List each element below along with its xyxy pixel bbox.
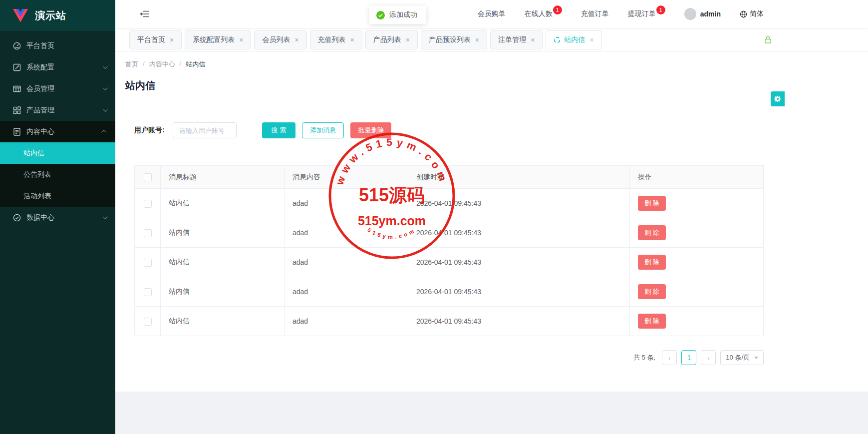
sidebar-group-content-center: 内容中心 站内信 公告列表 活动列表: [0, 121, 115, 207]
document-icon: [12, 127, 21, 136]
topbar-link-member-orders[interactable]: 会员购单: [478, 9, 506, 18]
tab-system-config-list[interactable]: 系统配置列表×: [185, 30, 251, 49]
chevron-down-icon: [103, 64, 108, 69]
sidebar-subitem-activities[interactable]: 活动列表: [0, 185, 115, 207]
chevron-left-icon: ‹: [668, 354, 671, 362]
topbar-link-withdraw-orders[interactable]: 提现订单1: [628, 9, 665, 18]
cell-content: adad: [285, 307, 408, 336]
username: admin: [700, 10, 721, 18]
table-row: 站内信 adad 2026-04-01 09:45:43 删 除: [135, 277, 764, 307]
delete-button[interactable]: 删 除: [638, 284, 666, 299]
tab-product-list[interactable]: 产品列表×: [365, 30, 418, 49]
lock-icon[interactable]: [764, 35, 772, 44]
globe-icon: [740, 10, 747, 18]
edit-icon: [12, 63, 21, 72]
sidebar-subitem-messages[interactable]: 站内信: [0, 142, 115, 164]
close-icon[interactable]: ×: [294, 36, 298, 44]
chevron-down-icon: [103, 214, 108, 219]
pagination-next-button[interactable]: ›: [701, 350, 716, 365]
language-switcher[interactable]: 简体: [740, 9, 764, 18]
close-icon[interactable]: ×: [475, 36, 479, 44]
cell-title: 站内信: [161, 218, 285, 248]
breadcrumb: 首页 / 内容中心 / 站内信: [115, 52, 868, 69]
cell-created: 2026-04-01 09:45:43: [408, 248, 630, 277]
tab-recharge-list[interactable]: 充值列表×: [310, 30, 362, 49]
settings-gear-button[interactable]: [771, 91, 785, 106]
close-icon[interactable]: ×: [170, 36, 174, 44]
page-size-value: 10 条/页: [726, 353, 750, 362]
table-row: 站内信 adad 2026-04-01 09:45:43 删 除: [135, 218, 764, 248]
delete-button[interactable]: 删 除: [638, 255, 666, 270]
breadcrumb-content-center[interactable]: 内容中心: [149, 60, 175, 69]
sidebar-item-content-center[interactable]: 内容中心: [0, 121, 115, 142]
chevron-down-icon: [103, 85, 108, 90]
breadcrumb-current: 站内信: [186, 60, 205, 69]
page-size-select[interactable]: 10 条/页: [720, 350, 764, 365]
table-row: 站内信 adad 2026-04-01 09:45:43 删 除: [135, 307, 764, 336]
delete-button[interactable]: 删 除: [638, 225, 666, 240]
cell-title: 站内信: [161, 277, 285, 307]
sidebar-item-products[interactable]: 产品管理: [0, 99, 115, 121]
table-header-row: 消息标题 消息内容 创建时间 操作: [135, 166, 764, 189]
sidebar-item-data-center[interactable]: 数据中心: [0, 207, 115, 228]
refresh-icon[interactable]: [554, 36, 561, 43]
header-actions: 操作: [630, 166, 764, 189]
user-menu[interactable]: admin: [684, 8, 721, 20]
search-button[interactable]: 搜 索: [262, 122, 296, 138]
tab-product-preset-list[interactable]: 产品预设列表×: [421, 30, 487, 49]
user-account-input[interactable]: [173, 122, 237, 138]
close-icon[interactable]: ×: [531, 36, 535, 44]
sidebar: 演示站 平台首页 系统配置 会员管理: [0, 0, 115, 434]
sidebar-subitem-label: 活动列表: [23, 192, 51, 201]
user-account-label: 用户账号:: [134, 126, 165, 135]
row-checkbox[interactable]: [144, 288, 152, 296]
table-row: 站内信 adad 2026-04-01 09:45:43 删 除: [135, 248, 764, 277]
table-row: 站内信 adad 2026-04-01 09:45:43 删 除: [135, 189, 764, 218]
sidebar-menu: 平台首页 系统配置 会员管理 产品管理: [0, 31, 115, 228]
sidebar-item-label: 会员管理: [26, 84, 103, 93]
cell-title: 站内信: [161, 307, 285, 336]
pagination-total: 共 5 条,: [633, 353, 655, 362]
chevron-right-icon: ›: [707, 354, 710, 362]
topbar: 会员购单 在线人数1 充值订单 提现订单1 admin 简体: [115, 0, 868, 28]
close-icon[interactable]: ×: [239, 36, 243, 44]
sidebar-item-home[interactable]: 平台首页: [0, 35, 115, 56]
breadcrumb-home[interactable]: 首页: [125, 60, 138, 69]
toast-success: 添加成功: [369, 6, 426, 24]
online-users-badge: 1: [553, 5, 562, 14]
delete-button[interactable]: 删 除: [638, 196, 666, 211]
close-icon[interactable]: ×: [350, 36, 354, 44]
topbar-link-recharge-orders[interactable]: 充值订单: [581, 9, 609, 18]
header-message-title: 消息标题: [161, 166, 285, 189]
row-checkbox[interactable]: [144, 259, 152, 267]
pagination-page-1[interactable]: 1: [681, 350, 696, 365]
menu-fold-icon[interactable]: [139, 9, 149, 18]
logo[interactable]: 演示站: [0, 0, 115, 31]
sidebar-subitem-announcements[interactable]: 公告列表: [0, 164, 115, 185]
select-all-checkbox[interactable]: [144, 173, 152, 181]
tab-platform-home[interactable]: 平台首页×: [129, 30, 182, 49]
row-checkbox[interactable]: [144, 318, 152, 326]
sidebar-subitem-label: 站内信: [23, 149, 44, 158]
sidebar-item-system-config[interactable]: 系统配置: [0, 56, 115, 78]
cell-created: 2026-04-01 09:45:43: [408, 277, 630, 307]
sidebar-item-label: 系统配置: [26, 63, 103, 72]
breadcrumb-separator: /: [143, 60, 145, 69]
add-message-button[interactable]: 添加消息: [302, 122, 344, 138]
language-label: 简体: [750, 9, 764, 18]
row-checkbox[interactable]: [144, 229, 152, 237]
header-created-time: 创建时间: [408, 166, 630, 189]
close-icon[interactable]: ×: [406, 36, 410, 44]
topbar-link-online-users[interactable]: 在线人数1: [525, 9, 562, 18]
row-checkbox[interactable]: [144, 200, 152, 208]
batch-delete-button[interactable]: 批量删除: [350, 122, 391, 138]
sidebar-item-label: 产品管理: [26, 106, 103, 115]
delete-button[interactable]: 删 除: [638, 314, 666, 329]
pagination-prev-button[interactable]: ‹: [662, 350, 677, 365]
cell-created: 2026-04-01 09:45:43: [408, 189, 630, 218]
tab-site-messages[interactable]: 站内信×: [546, 30, 601, 49]
tab-bet-management[interactable]: 注单管理×: [490, 30, 543, 49]
sidebar-item-members[interactable]: 会员管理: [0, 78, 115, 99]
close-icon[interactable]: ×: [589, 36, 593, 44]
tab-member-list[interactable]: 会员列表×: [254, 30, 306, 49]
